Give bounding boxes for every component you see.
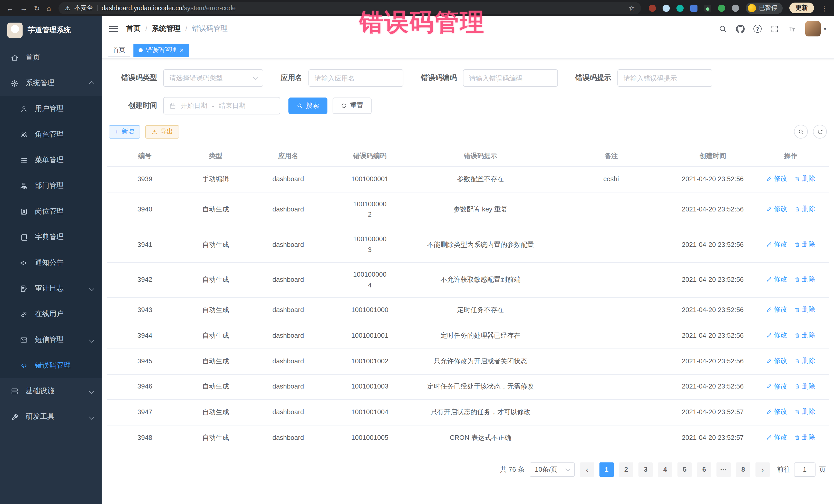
delete-button[interactable]: 删除	[794, 407, 815, 417]
delete-button[interactable]: 删除	[794, 381, 815, 392]
delete-button[interactable]: 删除	[794, 239, 815, 250]
announcement-icon	[20, 259, 28, 267]
sidebar-item-dept-mgmt[interactable]: 部门管理	[0, 173, 102, 199]
cell-remark	[549, 227, 673, 263]
sidebar-item-online-users[interactable]: 在线用户	[0, 301, 102, 327]
search-icon[interactable]	[719, 24, 727, 33]
error-type-select[interactable]: 请选择错误码类型	[163, 69, 263, 87]
sidebar-item-post-mgmt[interactable]: 岗位管理	[0, 199, 102, 224]
page-button-1[interactable]: 1	[599, 462, 614, 477]
address-bar[interactable]: ⚠ 不安全 dashboard.yudao.iocoder.cn/system/…	[59, 2, 641, 14]
edit-button[interactable]: 修改	[766, 381, 787, 392]
delete-button[interactable]: 删除	[794, 330, 815, 341]
cell-ops: 修改 删除	[753, 399, 829, 425]
cell-time: 2021-04-20 23:52:57	[673, 425, 753, 451]
extension-icon-3[interactable]	[676, 4, 684, 12]
sidebar-item-audit-log[interactable]: 审计日志	[0, 276, 102, 301]
delete-button[interactable]: 删除	[794, 174, 815, 184]
create-time-range-picker[interactable]: 开始日期 - 结束日期	[163, 97, 280, 114]
forward-icon[interactable]: →	[20, 4, 27, 12]
bookmark-star-icon[interactable]: ☆	[629, 4, 635, 12]
edit-button[interactable]: 修改	[766, 274, 787, 285]
cell-code: 1001001005	[328, 425, 412, 451]
delete-button[interactable]: 删除	[794, 204, 815, 215]
table-row: 3944 自动生成 dashboard 1001001001 定时任务的处理器已…	[107, 323, 829, 349]
error-hint-input[interactable]	[617, 69, 712, 87]
delete-button[interactable]: 删除	[794, 432, 815, 443]
sidebar-toggle-icon[interactable]	[109, 25, 118, 32]
export-button[interactable]: 导出	[145, 125, 179, 138]
extension-icon-1[interactable]	[649, 4, 656, 12]
page-button-4[interactable]: 4	[658, 462, 672, 477]
prev-page-button[interactable]: ‹	[580, 462, 594, 477]
tab-home[interactable]: 首页	[108, 43, 130, 57]
refresh-button[interactable]	[813, 125, 827, 138]
cell-app: dashboard	[248, 263, 328, 298]
page-button-5[interactable]: 5	[678, 462, 692, 477]
table-row: 3948 自动生成 dashboard 1001001005 CRON 表达式不…	[107, 425, 829, 451]
sidebar-item-home[interactable]: 首页	[0, 45, 102, 70]
fullscreen-icon[interactable]	[770, 24, 779, 33]
app-logo[interactable]: 芋道管理系统	[0, 16, 102, 45]
edit-button[interactable]: 修改	[766, 305, 787, 315]
cell-hint: 只有开启状态的任务，才可以修改	[412, 399, 549, 425]
sidebar-item-dict-mgmt[interactable]: 字典管理	[0, 224, 102, 250]
edit-button[interactable]: 修改	[766, 407, 787, 417]
browser-update-button[interactable]: 更新	[789, 3, 814, 13]
edit-button[interactable]: 修改	[766, 239, 787, 250]
browser-profile-chip[interactable]: 已暂停	[746, 2, 783, 14]
next-page-button[interactable]: ›	[755, 462, 770, 477]
breadcrumb-home[interactable]: 首页	[126, 24, 140, 34]
sidebar-item-role-mgmt[interactable]: 角色管理	[0, 122, 102, 147]
edit-button[interactable]: 修改	[766, 330, 787, 341]
extension-icon-5[interactable]	[704, 4, 711, 12]
close-icon[interactable]: ×	[180, 47, 183, 53]
page-button-2[interactable]: 2	[619, 462, 633, 477]
page-button-8[interactable]: 8	[736, 462, 750, 477]
breadcrumb-section[interactable]: 系统管理	[152, 24, 181, 34]
reset-button[interactable]: 重置	[333, 97, 372, 114]
edit-button[interactable]: 修改	[766, 204, 787, 215]
edit-button[interactable]: 修改	[766, 174, 787, 184]
delete-button[interactable]: 删除	[794, 356, 815, 367]
goto-unit-label: 页	[819, 465, 826, 474]
search-button[interactable]: 搜索	[288, 97, 327, 114]
sidebar-item-error-code[interactable]: 错误码管理	[0, 353, 102, 378]
sidebar-item-infrastructure[interactable]: 基础设施	[0, 378, 102, 404]
github-icon[interactable]	[736, 24, 745, 33]
delete-button[interactable]: 删除	[794, 305, 815, 315]
sidebar-item-menu-mgmt[interactable]: 菜单管理	[0, 147, 102, 173]
extension-icon-4[interactable]	[690, 4, 698, 12]
font-size-icon[interactable]	[788, 24, 796, 33]
page-button-6[interactable]: 6	[697, 462, 711, 477]
more-pages-button[interactable]: •••	[717, 462, 731, 477]
sidebar-item-user-mgmt[interactable]: 用户管理	[0, 96, 102, 122]
add-button[interactable]: + 新增	[109, 125, 140, 138]
sidebar-item-system-mgmt[interactable]: 系统管理	[0, 70, 102, 96]
error-code-input[interactable]	[463, 69, 558, 87]
cell-code: 1001000002	[328, 192, 412, 227]
cell-ops: 修改 删除	[753, 349, 829, 374]
sidebar-item-dev-tools[interactable]: 研发工具	[0, 404, 102, 430]
edit-button[interactable]: 修改	[766, 432, 787, 443]
extension-icon-2[interactable]	[663, 4, 670, 12]
edit-button[interactable]: 修改	[766, 356, 787, 367]
extension-icon-6[interactable]	[718, 4, 725, 12]
browser-menu-kebab-icon[interactable]: ⋮	[821, 4, 828, 12]
sidebar-item-notice[interactable]: 通知公告	[0, 250, 102, 276]
browser-home-icon[interactable]: ⌂	[46, 4, 51, 12]
pin-extension-icon[interactable]	[732, 4, 739, 12]
delete-button[interactable]: 删除	[794, 274, 815, 285]
users-icon	[20, 131, 28, 138]
page-button-3[interactable]: 3	[638, 462, 653, 477]
toggle-search-button[interactable]	[794, 125, 808, 138]
tab-error-code[interactable]: 错误码管理 ×	[133, 43, 189, 57]
help-icon[interactable]: ?	[753, 25, 762, 33]
reload-icon[interactable]: ↻	[34, 4, 40, 12]
goto-page-input[interactable]	[794, 462, 815, 477]
sidebar-item-sms-mgmt[interactable]: 短信管理	[0, 327, 102, 353]
back-icon[interactable]: ←	[6, 4, 13, 12]
user-menu[interactable]: ▾	[805, 21, 826, 37]
app-name-input[interactable]	[308, 69, 403, 87]
page-size-select[interactable]: 10条/页	[530, 462, 575, 477]
